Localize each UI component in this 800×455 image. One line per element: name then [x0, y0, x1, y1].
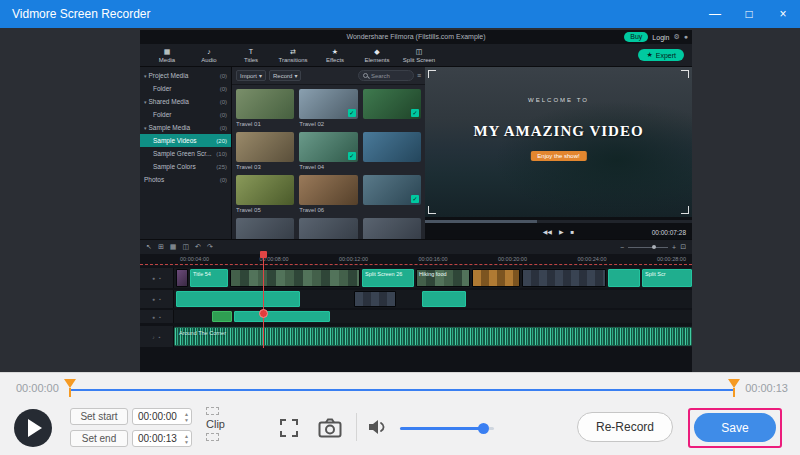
track-lane: Around The Corner [174, 326, 692, 347]
timeline-clip-title: Title 54 [190, 269, 228, 287]
tree-count: (0) [220, 112, 227, 118]
eye-icon: ● [152, 296, 155, 302]
clip-group: Clip [206, 407, 225, 441]
search-box: Search [358, 70, 414, 81]
clip-marker-icon [206, 407, 219, 415]
thumbnail-label: Travel 03 [236, 164, 294, 171]
tree-item-sample-green-screen: Sample Green Scr...(10) [140, 147, 231, 160]
tab-titles: TTitles [230, 48, 272, 63]
volume-slider[interactable] [400, 427, 494, 430]
start-time-field[interactable]: 00:00:00 ▲▼ [132, 408, 192, 425]
zoom-slider [628, 247, 668, 248]
tree-count: (25) [216, 164, 227, 170]
media-toolbar: Import▾ Record▾ Search ≡ [232, 67, 425, 85]
thumbnail-label [363, 121, 421, 128]
set-start-button[interactable]: Set start [70, 408, 128, 425]
video-thumbnail: ✓ [363, 89, 421, 119]
timeline-clip [230, 269, 360, 287]
clip-label: Split Screen 26 [363, 270, 413, 278]
thumbnail-label: Travel 01 [236, 121, 294, 128]
track-lane [174, 290, 692, 308]
filmora-media-tree: ▾Project Media(0) Folder(0) ▾Shared Medi… [140, 67, 232, 239]
filmora-title-bar: Wondershare Filmora (Filstills.com Examp… [140, 30, 692, 44]
thumbnail-label [363, 207, 421, 214]
elements-icon: ◆ [374, 48, 379, 56]
filmora-tab-bar: ▦Media ♪Audio TTitles ⇄Transitions ★Effe… [140, 44, 692, 67]
tab-label: Audio [201, 57, 216, 63]
tree-label: Folder [153, 85, 171, 92]
end-time-stepper[interactable]: ▲▼ [184, 432, 189, 445]
set-end-row: Set end 00:00:13 ▲▼ [70, 430, 192, 447]
thumbnail-label: Travel 02 [299, 121, 357, 128]
thumbnail-label: Travel 06 [299, 207, 357, 214]
trim-slider-track[interactable] [70, 389, 734, 391]
media-item [299, 218, 357, 239]
volume-button[interactable] [366, 417, 388, 441]
tree-label: Folder [153, 111, 171, 118]
playhead-marker [259, 309, 268, 318]
app-title: Vidmore Screen Recorder [0, 7, 698, 21]
end-time-field[interactable]: 00:00:13 ▲▼ [132, 430, 192, 447]
timeline-clip-split2: Split Scr [642, 269, 692, 287]
stepper-down-icon[interactable]: ▼ [184, 417, 189, 423]
selected-check-icon: ✓ [411, 109, 419, 117]
screenshot-button[interactable] [318, 418, 342, 442]
timeline-clip [472, 269, 520, 287]
zoom-in-icon: + [672, 244, 676, 251]
timeline-clip-split-screen: Split Screen 26 [362, 269, 414, 287]
volume-slider-handle[interactable] [478, 423, 489, 434]
timeline-playhead [263, 253, 264, 348]
save-button[interactable]: Save [694, 413, 776, 442]
chevron-down-icon: ▾ [294, 72, 297, 79]
record-label: Record [273, 73, 292, 79]
tree-item-folder: Folder(0) [140, 108, 231, 121]
eye-icon: ● [152, 275, 155, 281]
login-label: Login [652, 34, 669, 41]
tree-label: Sample Media [149, 124, 191, 131]
ruler-timestamp: 00:00:20:00 [498, 256, 527, 262]
filmora-title-right: Buy Login ⚙ ● [624, 32, 688, 42]
maximize-button[interactable]: □ [732, 0, 766, 28]
fullscreen-button[interactable] [278, 417, 300, 443]
speaker-icon [366, 417, 388, 437]
track-header: ●▪ [140, 290, 174, 308]
lock-icon: ▪ [159, 334, 161, 340]
crop-corner-icon [428, 70, 436, 78]
close-button[interactable]: × [766, 0, 800, 28]
clip-label: Title 54 [191, 270, 227, 278]
trim-start-time: 00:00:00 [16, 382, 59, 394]
re-record-button[interactable]: Re-Record [577, 412, 673, 442]
minimize-button[interactable]: — [698, 0, 732, 28]
stepper-down-icon[interactable]: ▼ [184, 439, 189, 445]
zoom-out-icon: − [620, 244, 624, 251]
tab-elements: ◆Elements [356, 48, 398, 63]
video-thumbnail [363, 132, 421, 162]
volume-slider-fill [400, 427, 483, 430]
tab-label: Split Screen [403, 57, 435, 63]
trim-start-handle[interactable] [64, 379, 76, 399]
start-time-stepper[interactable]: ▲▼ [184, 410, 189, 423]
audio-icon: ♪ [207, 48, 211, 56]
timeline-clip [234, 311, 330, 322]
fullscreen-icon [278, 417, 300, 439]
ruler-timestamp: 00:00:16:00 [418, 256, 447, 262]
trim-end-handle[interactable] [728, 379, 740, 399]
video-thumbnail [236, 175, 294, 205]
set-end-button[interactable]: Set end [70, 430, 128, 447]
media-icon: ▦ [164, 48, 171, 56]
tab-media: ▦Media [146, 48, 188, 63]
media-item: ✓Travel 04 [299, 132, 357, 171]
selected-check-icon: ✓ [411, 195, 419, 203]
selected-check-icon: ✓ [348, 109, 356, 117]
play-button[interactable] [14, 409, 52, 447]
thumbnail-label [363, 164, 421, 171]
track-header: ♪▪ [140, 326, 174, 347]
handle-stem [733, 388, 735, 397]
ruler-timestamp: 00:00:04:00 [180, 256, 209, 262]
clip-marker-icon [206, 433, 219, 441]
tab-transitions: ⇄Transitions [272, 48, 314, 63]
tree-count: (0) [220, 73, 227, 79]
timeline-clip [176, 291, 300, 307]
fit-timeline-icon: ⊡ [680, 243, 686, 251]
crop-corner-icon [428, 206, 436, 214]
